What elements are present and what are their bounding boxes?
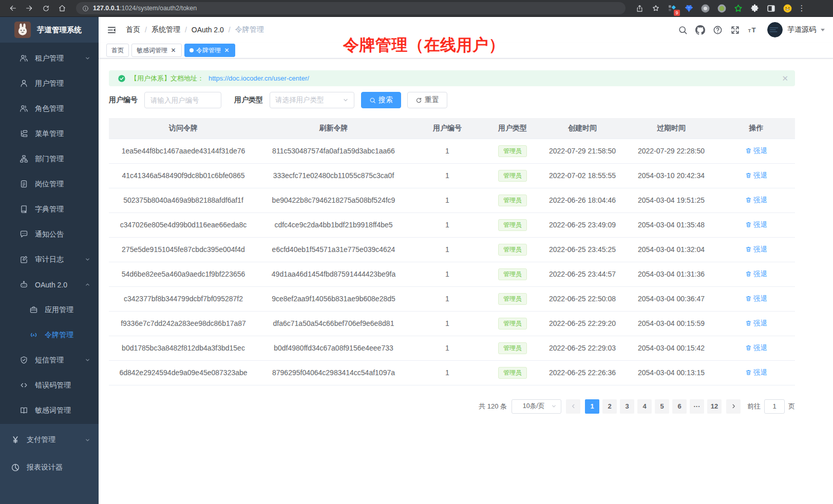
- force-logout-button[interactable]: 强退: [745, 343, 767, 353]
- force-logout-button[interactable]: 强退: [745, 146, 767, 156]
- user-type-tag: 管理员: [498, 367, 527, 379]
- sidebar-item-role[interactable]: 角色管理: [0, 96, 99, 121]
- next-page-button[interactable]: [726, 399, 741, 414]
- browser-back-button[interactable]: [6, 2, 20, 15]
- doc-link[interactable]: https://doc.iocoder.cn/user-center/: [209, 74, 309, 82]
- cell-user-id: 1: [409, 311, 485, 336]
- browser-sidepanel-button[interactable]: [764, 2, 778, 15]
- chevron-left-icon: [571, 403, 576, 409]
- extension-command[interactable]: [698, 2, 712, 15]
- app-logo[interactable]: 芋道管理系统: [0, 17, 99, 43]
- sidebar-item-label: 部门管理: [35, 154, 90, 164]
- sidebar-item-tenant[interactable]: 租户管理: [0, 46, 99, 71]
- search-icon[interactable]: [678, 25, 688, 35]
- user-id-input[interactable]: [144, 92, 221, 108]
- sidebar-item-pay[interactable]: 支付管理: [0, 426, 99, 454]
- page-number-12[interactable]: 12: [707, 399, 722, 414]
- force-logout-button[interactable]: 强退: [745, 294, 767, 303]
- browser-share-button[interactable]: [633, 2, 646, 15]
- breadcrumb-item[interactable]: 首页: [126, 25, 140, 34]
- browser-bookmark-button[interactable]: [649, 2, 662, 15]
- sidebar-item-label: 报表设计器: [27, 463, 90, 472]
- cell-refresh-token: 333ecfc71e02480cb11055c875c3ca0f: [258, 163, 409, 188]
- address-bar[interactable]: 127.0.0.1:1024/system/oauth2/token: [76, 2, 626, 14]
- sidebar-item-oauth2[interactable]: OAuth 2.0: [0, 272, 99, 297]
- force-logout-button[interactable]: 强退: [745, 368, 767, 377]
- user-menu[interactable]: 芋道源码: [767, 22, 825, 37]
- tab-close-icon[interactable]: ✕: [170, 47, 177, 54]
- sidebar-item-post[interactable]: 岗位管理: [0, 171, 99, 197]
- help-icon[interactable]: [713, 25, 723, 35]
- sidebar-item-audit-log[interactable]: 审计日志: [0, 247, 99, 272]
- sidebar-item-error-code[interactable]: 错误码管理: [0, 373, 99, 398]
- sidebar-item-notice[interactable]: 通知公告: [0, 222, 99, 247]
- breadcrumb-item[interactable]: OAuth 2.0: [192, 26, 224, 34]
- github-icon[interactable]: [695, 25, 705, 35]
- browser-reload-button[interactable]: [39, 2, 52, 15]
- cell-access-token: 6d842e2924594de9a09e45e087323abe: [109, 360, 258, 385]
- sidebar-item-dept[interactable]: 部门管理: [0, 146, 99, 171]
- cell-created-time: 2022-06-26 18:04:46: [540, 188, 625, 212]
- sidebar-item-oauth2-token[interactable]: A令牌管理: [0, 322, 99, 347]
- cell-access-token: 41c41346a548490f9dc8b01c6bfe0865: [109, 163, 258, 188]
- page-number-1[interactable]: 1: [585, 399, 599, 414]
- sidebar-item-dict[interactable]: 字典管理: [0, 197, 99, 222]
- sidebar-item-sensitive-word[interactable]: 敏感词管理: [0, 398, 99, 423]
- trash-icon: [745, 320, 752, 326]
- cell-created-time: 2022-06-25 23:45:25: [540, 237, 625, 262]
- browser-forward-button[interactable]: [23, 2, 36, 15]
- sidebar-item-sms[interactable]: 短信管理: [0, 347, 99, 373]
- check-circle-icon: [118, 74, 126, 83]
- font-size-icon[interactable]: TT: [748, 25, 758, 35]
- force-logout-button[interactable]: 强退: [745, 319, 767, 328]
- tab-token[interactable]: 令牌管理✕: [184, 44, 235, 57]
- page-number-4[interactable]: 4: [637, 399, 652, 414]
- browser-extensions-button[interactable]: [748, 2, 761, 15]
- browser-profile-avatar[interactable]: [781, 2, 794, 15]
- goto-page-input[interactable]: [764, 399, 785, 414]
- extension-tampermonkey[interactable]: 9: [666, 2, 679, 15]
- sidebar-toggle-button[interactable]: [107, 25, 117, 35]
- force-logout-button[interactable]: 强退: [745, 220, 767, 229]
- message-icon: [20, 230, 28, 239]
- browser-menu-button[interactable]: ⋮: [797, 4, 806, 13]
- tab-close-icon[interactable]: ✕: [223, 47, 230, 54]
- search-button[interactable]: 搜索: [361, 92, 401, 108]
- cell-refresh-token: 8796295f04064c2983414cc54af1097a: [258, 360, 409, 385]
- sidebar-item-report-designer[interactable]: 报表设计器: [0, 454, 99, 481]
- extension-star-green[interactable]: [731, 2, 745, 15]
- page-number-5[interactable]: 5: [655, 399, 669, 414]
- prev-page-button[interactable]: [566, 399, 580, 414]
- sidebar-item-label: 字典管理: [35, 205, 90, 214]
- extension-recorder[interactable]: [715, 2, 728, 15]
- breadcrumb-item[interactable]: 系统管理: [152, 25, 180, 34]
- alert-close-icon[interactable]: ✕: [782, 74, 788, 82]
- page-number-3[interactable]: 3: [620, 399, 634, 414]
- site-info-icon[interactable]: [82, 5, 89, 12]
- sidebar-item-menu[interactable]: 菜单管理: [0, 121, 99, 146]
- trash-icon: [745, 221, 752, 228]
- sidebar-item-oauth2-app[interactable]: 应用管理: [0, 297, 99, 322]
- user-type-select[interactable]: 请选择用户类型: [270, 92, 354, 108]
- force-logout-button[interactable]: 强退: [745, 245, 767, 254]
- force-logout-button[interactable]: 强退: [745, 171, 767, 180]
- tab-sensitive-word[interactable]: 敏感词管理✕: [131, 44, 182, 57]
- page-size-select[interactable]: 10条/页: [512, 399, 561, 414]
- browser-home-button[interactable]: [55, 2, 69, 15]
- fullscreen-icon[interactable]: [730, 25, 740, 35]
- user-type-tag: 管理员: [498, 268, 527, 280]
- sidebar-item-label: 应用管理: [45, 305, 90, 315]
- column-header: 操作: [717, 118, 795, 139]
- sidebar-item-user[interactable]: 用户管理: [0, 71, 99, 96]
- cell-actions: 强退: [717, 212, 795, 237]
- cell-expire-time: 2054-03-04 00:15:59: [625, 311, 717, 336]
- extension-gem[interactable]: [682, 2, 695, 15]
- force-logout-button[interactable]: 强退: [745, 269, 767, 279]
- edit-log-icon: [20, 255, 28, 264]
- reset-button[interactable]: 重置: [407, 92, 447, 108]
- force-logout-button[interactable]: 强退: [745, 196, 767, 205]
- page-number-2[interactable]: 2: [602, 399, 617, 414]
- page-ellipsis[interactable]: ···: [690, 399, 704, 414]
- page-number-6[interactable]: 6: [672, 399, 687, 414]
- tab-home[interactable]: 首页: [106, 44, 129, 57]
